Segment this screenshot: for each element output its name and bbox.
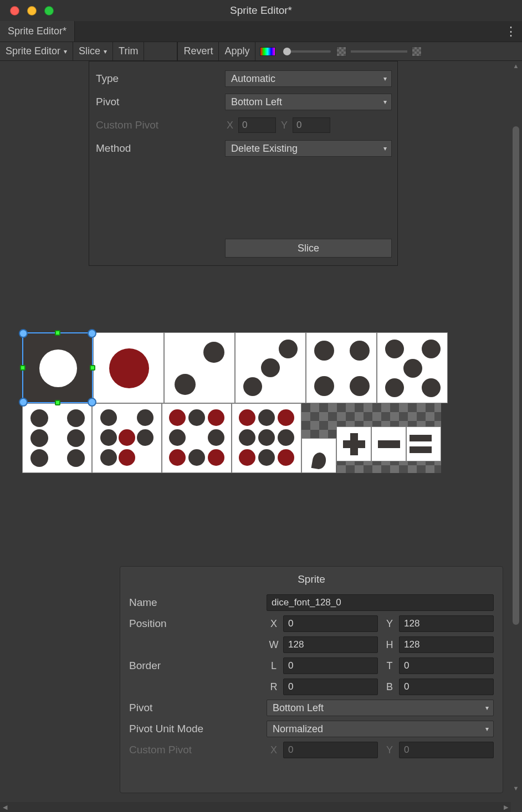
bor-l-label: L — [267, 660, 281, 672]
sprite-cell[interactable] — [232, 403, 301, 473]
pivot-unit-label: Pivot Unit Mode — [129, 723, 267, 735]
window-title: Sprite Editor* — [0, 4, 522, 17]
pos-h-label: H — [382, 639, 397, 651]
sprite-cell[interactable] — [22, 332, 93, 403]
bor-b-label: B — [382, 681, 397, 693]
bor-t-input[interactable]: 0 — [399, 657, 494, 674]
mip-icon[interactable] — [412, 47, 422, 56]
bor-r-label: R — [267, 681, 281, 693]
scroll-left-icon[interactable]: ◀ — [0, 802, 10, 812]
alpha-slider[interactable] — [349, 42, 410, 60]
method-select[interactable]: Delete Existing — [225, 140, 392, 157]
revert-button[interactable]: Revert — [177, 42, 219, 60]
slice-dropdown[interactable]: Slice — [73, 42, 113, 60]
sprite-cell[interactable] — [93, 332, 164, 403]
color-spectrum-icon[interactable] — [260, 47, 275, 56]
bor-l-input[interactable]: 0 — [283, 657, 378, 674]
scroll-up-icon[interactable]: ▲ — [511, 61, 521, 71]
tab-sprite-editor[interactable]: Sprite Editor* — [0, 21, 75, 42]
sprite-editor-label: Sprite Editor — [6, 45, 60, 57]
sprite-cell[interactable] — [164, 332, 235, 403]
inspector-pivot-label: Pivot — [129, 702, 267, 714]
alpha-icon[interactable] — [336, 47, 346, 56]
trim-button[interactable]: Trim — [113, 42, 144, 60]
inspector-title: Sprite — [129, 573, 494, 585]
slice-button[interactable]: Slice — [225, 239, 392, 258]
border-label: Border — [129, 660, 267, 672]
custom-y-label: Y — [382, 744, 397, 756]
bor-b-input[interactable]: 0 — [399, 679, 494, 695]
kebab-menu-icon[interactable]: ⋮ — [500, 21, 522, 42]
custom-pivot-x-label: X — [225, 120, 235, 131]
custom-pivot-y-label: Y — [279, 120, 289, 131]
sprite-cell[interactable] — [301, 438, 336, 473]
pos-x-input[interactable]: 0 — [283, 615, 378, 632]
sprite-cell[interactable] — [336, 426, 371, 461]
pivot-select[interactable]: Bottom Left — [225, 94, 392, 110]
sprite-sheet — [22, 332, 449, 473]
inspector-custom-pivot-label: Custom Pivot — [129, 744, 267, 756]
sprite-cell[interactable] — [162, 403, 232, 473]
inspector-pivot-select[interactable]: Bottom Left — [267, 700, 494, 716]
type-label: Type — [95, 73, 225, 85]
sprite-editor-dropdown[interactable]: Sprite Editor — [0, 42, 73, 60]
custom-pivot-y-input: 0 — [293, 117, 330, 133]
custom-x-label: X — [267, 744, 281, 756]
apply-button[interactable]: Apply — [219, 42, 255, 60]
sprite-cell[interactable] — [92, 403, 162, 473]
vertical-scrollbar[interactable]: ▲ ▼ — [511, 61, 521, 793]
sprite-cell[interactable] — [371, 426, 406, 461]
pos-w-input[interactable]: 128 — [283, 636, 378, 653]
pos-x-label: X — [267, 618, 281, 630]
scroll-right-icon[interactable]: ▶ — [501, 802, 511, 812]
custom-x-input: 0 — [283, 742, 378, 758]
sprite-cell[interactable] — [377, 332, 448, 403]
sprite-cell[interactable] — [235, 332, 306, 403]
zoom-slider[interactable] — [280, 42, 334, 60]
scroll-down-icon[interactable]: ▼ — [511, 783, 521, 793]
custom-pivot-x-input: 0 — [238, 117, 276, 133]
slice-label: Slice — [79, 45, 100, 57]
custom-y-input: 0 — [399, 742, 494, 758]
bor-r-input[interactable]: 0 — [283, 679, 378, 695]
slice-panel: Type Automatic Pivot Bottom Left Custom … — [89, 61, 398, 266]
pivot-unit-select[interactable]: Normalized — [267, 721, 494, 737]
name-input[interactable]: dice_font_128_0 — [267, 594, 494, 611]
sprite-cell[interactable] — [306, 332, 377, 403]
toolbar: Sprite Editor Slice Trim Revert Apply — [0, 42, 522, 61]
name-label: Name — [129, 597, 267, 609]
pos-y-label: Y — [382, 618, 397, 630]
bor-t-label: T — [382, 660, 397, 672]
pivot-label: Pivot — [95, 96, 225, 108]
tab-row: Sprite Editor* ⋮ — [0, 21, 522, 42]
position-label: Position — [129, 618, 267, 630]
pos-y-input[interactable]: 128 — [399, 615, 494, 632]
titlebar: Sprite Editor* — [0, 0, 522, 21]
sprite-cell[interactable] — [406, 426, 441, 461]
type-select[interactable]: Automatic — [225, 70, 392, 87]
method-label: Method — [95, 142, 225, 155]
sprite-cell[interactable] — [22, 403, 92, 473]
sprite-inspector: Sprite Name dice_font_128_0 Position X0 … — [120, 566, 503, 793]
pos-w-label: W — [267, 639, 281, 651]
pos-h-input[interactable]: 128 — [399, 636, 494, 653]
custom-pivot-label: Custom Pivot — [95, 119, 225, 131]
horizontal-scrollbar[interactable]: ◀ ▶ — [0, 802, 511, 812]
